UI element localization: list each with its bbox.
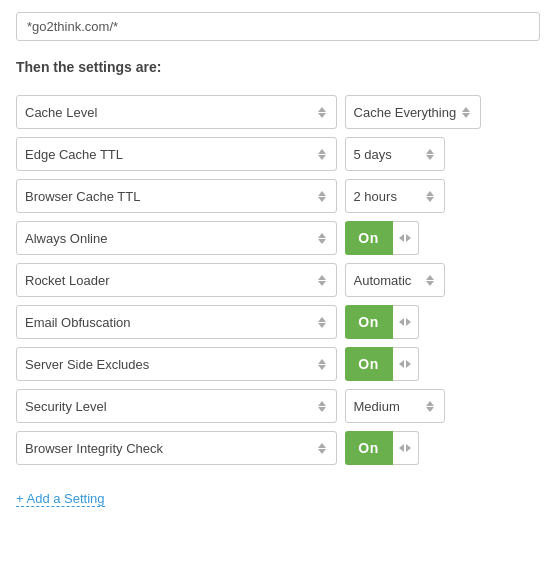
left-label-edge-cache-ttl: Edge Cache TTL (25, 147, 312, 162)
right-value-security-level: Medium (354, 399, 420, 414)
left-select-server-side-excludes[interactable]: Server Side Excludes (16, 347, 337, 381)
left-arrow-always-online[interactable] (316, 233, 328, 244)
left-select-edge-cache-ttl[interactable]: Edge Cache TTL (16, 137, 337, 171)
left-select-browser-cache-ttl[interactable]: Browser Cache TTL (16, 179, 337, 213)
on-arrow-btn-server-side-excludes[interactable] (393, 347, 419, 381)
left-label-email-obfuscation: Email Obfuscation (25, 315, 312, 330)
arrow-right-icon (406, 360, 411, 368)
right-arrow-rocket-loader[interactable] (424, 275, 436, 286)
arrow-down-icon (318, 365, 326, 370)
on-badge-always-online[interactable]: On (345, 221, 393, 255)
left-select-browser-integrity-check[interactable]: Browser Integrity Check (16, 431, 337, 465)
right-select-rocket-loader[interactable]: Automatic (345, 263, 445, 297)
right-select-browser-cache-ttl[interactable]: 2 hours (345, 179, 445, 213)
table-row: Browser Cache TTL2 hours (16, 177, 540, 215)
on-badge-wrapper-server-side-excludes: On (345, 347, 419, 381)
arrow-up-icon (318, 191, 326, 196)
left-label-browser-cache-ttl: Browser Cache TTL (25, 189, 312, 204)
arrow-down-icon (318, 155, 326, 160)
table-row: Email ObfuscationOn (16, 303, 540, 341)
on-arrow-btn-email-obfuscation[interactable] (393, 305, 419, 339)
horiz-arrows-icon (399, 360, 411, 368)
url-input-row (16, 12, 540, 41)
arrow-left-icon (399, 234, 404, 242)
arrow-up-icon (426, 275, 434, 280)
on-badge-email-obfuscation[interactable]: On (345, 305, 393, 339)
add-setting-link[interactable]: + Add a Setting (16, 491, 105, 507)
right-select-security-level[interactable]: Medium (345, 389, 445, 423)
left-label-rocket-loader: Rocket Loader (25, 273, 312, 288)
settings-table: Cache LevelCache EverythingEdge Cache TT… (16, 89, 540, 471)
arrow-up-icon (318, 359, 326, 364)
right-value-cache-level: Cache Everything (354, 105, 457, 120)
arrow-right-icon (406, 318, 411, 326)
arrow-up-icon (318, 401, 326, 406)
table-row: Rocket LoaderAutomatic (16, 261, 540, 299)
left-arrow-email-obfuscation[interactable] (316, 317, 328, 328)
left-arrow-edge-cache-ttl[interactable] (316, 149, 328, 160)
right-select-cache-level[interactable]: Cache Everything (345, 95, 482, 129)
arrow-down-icon (318, 281, 326, 286)
arrow-right-icon (406, 234, 411, 242)
left-select-email-obfuscation[interactable]: Email Obfuscation (16, 305, 337, 339)
arrow-up-icon (318, 149, 326, 154)
table-row: Edge Cache TTL5 days (16, 135, 540, 173)
arrow-left-icon (399, 444, 404, 452)
arrow-down-icon (318, 197, 326, 202)
left-label-cache-level: Cache Level (25, 105, 312, 120)
on-badge-browser-integrity-check[interactable]: On (345, 431, 393, 465)
arrow-up-icon (318, 317, 326, 322)
left-arrow-server-side-excludes[interactable] (316, 359, 328, 370)
on-arrow-btn-always-online[interactable] (393, 221, 419, 255)
arrow-up-icon (318, 275, 326, 280)
arrow-left-icon (399, 360, 404, 368)
url-input[interactable] (16, 12, 540, 41)
arrow-down-icon (426, 281, 434, 286)
right-arrow-security-level[interactable] (424, 401, 436, 412)
right-value-browser-cache-ttl: 2 hours (354, 189, 420, 204)
left-arrow-rocket-loader[interactable] (316, 275, 328, 286)
arrow-up-icon (426, 401, 434, 406)
arrow-down-icon (318, 407, 326, 412)
right-arrow-browser-cache-ttl[interactable] (424, 191, 436, 202)
arrow-down-icon (318, 239, 326, 244)
left-select-security-level[interactable]: Security Level (16, 389, 337, 423)
section-label: Then the settings are: (16, 59, 540, 75)
on-badge-server-side-excludes[interactable]: On (345, 347, 393, 381)
left-label-server-side-excludes: Server Side Excludes (25, 357, 312, 372)
arrow-down-icon (426, 197, 434, 202)
table-row: Security LevelMedium (16, 387, 540, 425)
right-select-edge-cache-ttl[interactable]: 5 days (345, 137, 445, 171)
table-row: Browser Integrity CheckOn (16, 429, 540, 467)
arrow-down-icon (318, 449, 326, 454)
arrow-down-icon (426, 407, 434, 412)
on-badge-wrapper-browser-integrity-check: On (345, 431, 419, 465)
left-arrow-browser-cache-ttl[interactable] (316, 191, 328, 202)
left-arrow-browser-integrity-check[interactable] (316, 443, 328, 454)
arrow-up-icon (318, 443, 326, 448)
on-badge-wrapper-always-online: On (345, 221, 419, 255)
right-arrow-cache-level[interactable] (460, 107, 472, 118)
left-label-always-online: Always Online (25, 231, 312, 246)
horiz-arrows-icon (399, 318, 411, 326)
arrow-down-icon (426, 155, 434, 160)
arrow-up-icon (426, 149, 434, 154)
right-arrow-edge-cache-ttl[interactable] (424, 149, 436, 160)
right-value-edge-cache-ttl: 5 days (354, 147, 420, 162)
arrow-down-icon (318, 113, 326, 118)
table-row: Server Side ExcludesOn (16, 345, 540, 383)
arrow-down-icon (462, 113, 470, 118)
arrow-up-icon (318, 107, 326, 112)
left-select-rocket-loader[interactable]: Rocket Loader (16, 263, 337, 297)
left-arrow-security-level[interactable] (316, 401, 328, 412)
left-select-cache-level[interactable]: Cache Level (16, 95, 337, 129)
arrow-up-icon (318, 233, 326, 238)
arrow-down-icon (318, 323, 326, 328)
table-row: Cache LevelCache Everything (16, 93, 540, 131)
horiz-arrows-icon (399, 444, 411, 452)
left-select-always-online[interactable]: Always Online (16, 221, 337, 255)
on-arrow-btn-browser-integrity-check[interactable] (393, 431, 419, 465)
horiz-arrows-icon (399, 234, 411, 242)
left-label-security-level: Security Level (25, 399, 312, 414)
left-arrow-cache-level[interactable] (316, 107, 328, 118)
